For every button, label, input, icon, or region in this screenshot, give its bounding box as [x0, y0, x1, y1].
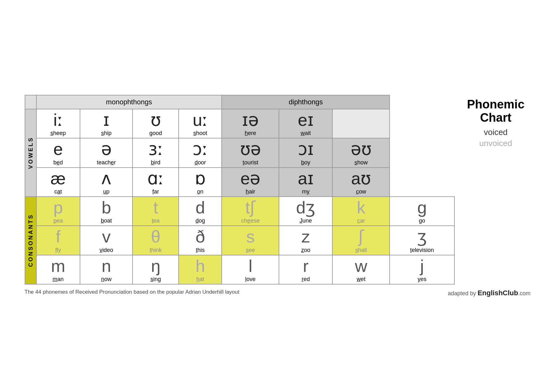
phoneme-symbol: m [37, 257, 79, 275]
vowel-cell: ebed [36, 138, 80, 167]
vowel-row: VOWELSiːsheepɪshipʊgooduːshootɪəhereeɪwa… [25, 109, 454, 138]
footnote: The 44 phonemes of Received Pronunciatio… [25, 289, 531, 297]
header-row: monophthongs diphthongs [25, 95, 454, 109]
consonant-row: CONSONANTSppeabboattteaddogtʃcheesedʒJun… [25, 197, 454, 226]
phoneme-symbol: f [37, 227, 79, 246]
vowel-cell: æcat [36, 168, 80, 197]
consonant-cell: tʃcheese [222, 197, 279, 226]
consonant-cell: ssee [222, 226, 279, 255]
corner-cell [25, 95, 36, 109]
phoneme-symbol: t [133, 198, 178, 217]
phoneme-symbol: j [391, 257, 453, 275]
footnote-brand: EnglishClub [478, 289, 518, 297]
consonant-cell: ddog [179, 197, 222, 226]
vowel-cell: ɪship [80, 109, 133, 138]
phoneme-symbol: p [37, 198, 79, 217]
consonant-cell: zzoo [279, 226, 332, 255]
phoneme-symbol: v [81, 227, 132, 246]
phoneme-symbol: h [180, 257, 221, 275]
vowel-cell: ʌup [80, 168, 133, 197]
phoneme-symbol: ɜː [133, 140, 178, 158]
vowel-cell: eɪwait [279, 109, 332, 138]
phoneme-symbol: ʊ [133, 111, 178, 129]
vowel-cell: ɒon [179, 168, 222, 197]
phonemic-chart: monophthongs diphthongs VOWELSiːsheepɪsh… [25, 95, 455, 285]
footnote-suffix: .com [518, 290, 530, 297]
phoneme-symbol: əʊ [333, 140, 389, 158]
consonant-cell: dʒJune [279, 197, 332, 226]
phoneme-symbol: ɔɪ [280, 140, 331, 158]
phoneme-symbol: aɪ [280, 169, 331, 188]
vowel-cell: ʊgood [133, 109, 179, 138]
phoneme-symbol: b [81, 198, 132, 217]
phoneme-symbol: z [280, 227, 331, 246]
phoneme-symbol: n [81, 257, 132, 275]
phoneme-symbol: ʃ [333, 227, 389, 246]
consonant-cell: ʒtelevision [390, 226, 454, 255]
consonant-cell: hhat [179, 255, 222, 284]
phoneme-symbol: g [391, 198, 453, 217]
page-wrapper: monophthongs diphthongs VOWELSiːsheepɪsh… [25, 95, 531, 297]
vowels-label: VOWELS [25, 109, 36, 197]
phoneme-symbol: ə [81, 140, 132, 158]
diphthongs-header: diphthongs [222, 95, 390, 109]
chart-title: Phonemic Chart [461, 98, 531, 125]
vowel-cell: aʊcow [332, 168, 390, 197]
phoneme-symbol: dʒ [280, 198, 331, 217]
top-section: monophthongs diphthongs VOWELSiːsheepɪsh… [25, 95, 531, 285]
phoneme-symbol: k [333, 198, 389, 217]
phoneme-symbol: tʃ [223, 198, 278, 217]
phoneme-symbol: ɒ [180, 169, 221, 188]
vowel-cell: ʊətourist [222, 138, 279, 167]
legend-box: Phonemic Chart voiced unvoiced [461, 95, 531, 149]
phoneme-symbol: e [37, 140, 79, 158]
phoneme-symbol: ʒ [391, 227, 453, 246]
vowel-cell [332, 109, 390, 138]
consonant-cell: bboat [80, 197, 133, 226]
footnote-right: adapted by EnglishClub.com [448, 289, 530, 297]
phoneme-symbol: ʌ [81, 169, 132, 188]
phoneme-symbol: d [180, 198, 221, 217]
phoneme-symbol: r [280, 257, 331, 275]
phoneme-symbol: ɪ [81, 111, 132, 129]
consonant-cell: vvideo [80, 226, 133, 255]
consonant-cell: kcar [332, 197, 390, 226]
consonant-cell: ppea [36, 197, 80, 226]
consonant-cell: ttea [133, 197, 179, 226]
consonant-cell: ðthis [179, 226, 222, 255]
vowel-cell: əteacher [80, 138, 133, 167]
monophthongs-header: monophthongs [36, 95, 222, 109]
vowel-cell: ɑːfar [133, 168, 179, 197]
footnote-left: The 44 phonemes of Received Pronunciatio… [25, 289, 240, 297]
consonants-label: CONSONANTS [25, 197, 36, 284]
unvoiced-label: unvoiced [479, 138, 512, 148]
consonant-cell: θthink [133, 226, 179, 255]
phoneme-symbol: w [333, 257, 389, 275]
consonant-cell: ggo [390, 197, 454, 226]
consonant-cell: llove [222, 255, 279, 284]
consonant-cell: wwet [332, 255, 390, 284]
vowel-cell: ɪəhere [222, 109, 279, 138]
consonant-cell: ŋsing [133, 255, 179, 284]
consonant-row: mmannnowŋsinghhatlloverredwwetjyes [25, 255, 454, 284]
phoneme-symbol: æ [37, 169, 79, 188]
consonant-cell: jyes [390, 255, 454, 284]
vowel-cell: ɜːbird [133, 138, 179, 167]
phoneme-symbol: l [223, 257, 278, 275]
phoneme-symbol: ɪə [223, 111, 278, 129]
phoneme-symbol: ɑː [133, 169, 178, 188]
voiced-label: voiced [484, 127, 508, 137]
vowel-cell: eəhair [222, 168, 279, 197]
phoneme-symbol: aʊ [333, 169, 389, 188]
footnote-prefix: adapted by [448, 290, 478, 297]
vowel-cell: iːsheep [36, 109, 80, 138]
phoneme-symbol: uː [180, 111, 221, 129]
vowel-row: æcatʌupɑːfarɒoneəhairaɪmyaʊcow [25, 168, 454, 197]
phoneme-symbol: θ [133, 227, 178, 246]
phoneme-symbol: s [223, 227, 278, 246]
vowel-cell: ɔːdoor [179, 138, 222, 167]
chart-container: monophthongs diphthongs VOWELSiːsheepɪsh… [25, 95, 455, 285]
phoneme-symbol: eɪ [280, 111, 331, 129]
phoneme-symbol: ŋ [133, 257, 178, 275]
vowel-cell: əʊshow [332, 138, 390, 167]
